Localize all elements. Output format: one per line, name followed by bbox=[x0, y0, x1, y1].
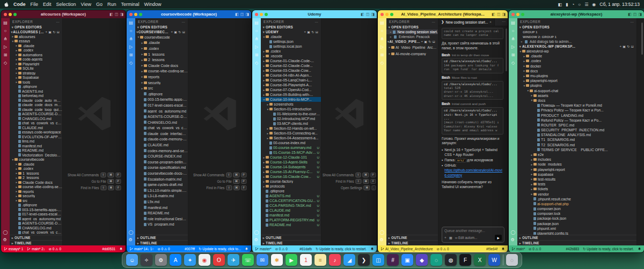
status-item[interactable]: essays* 1 bbox=[4, 247, 23, 251]
tree-item[interactable]: ▸e2e bbox=[517, 152, 636, 157]
chat-input-box[interactable]: Queue another message...+▦∞ Edit autom..… bbox=[442, 227, 504, 243]
tree-item[interactable]: ▾docs bbox=[517, 98, 636, 103]
account-icon[interactable]: ◯ bbox=[380, 230, 385, 235]
explorer-icon[interactable]: ▤ bbox=[380, 21, 384, 25]
refresh-explorer-icon[interactable]: ↻ bbox=[627, 44, 630, 48]
dock-icon-telegram[interactable]: ✈ bbox=[228, 254, 239, 266]
more-actions-icon[interactable]: ⋯ bbox=[181, 20, 185, 24]
scrollbar[interactable] bbox=[506, 28, 507, 71]
github-repo-link[interactable]: https://github.com/alexeykrol/AI-movie-c… bbox=[444, 168, 502, 177]
tree-item[interactable]: ▸allcourses bbox=[10, 34, 62, 39]
tree-item[interactable]: ▾essays bbox=[10, 39, 62, 44]
dock-icon-app-store[interactable]: A bbox=[170, 254, 181, 266]
minimize-button[interactable] bbox=[260, 13, 263, 16]
zoom-button[interactable] bbox=[265, 13, 268, 16]
tree-item[interactable]: ▸Section-04-Assessment-a... bbox=[261, 136, 321, 140]
sidebar-section-outline[interactable]: ▸OUTLINE bbox=[517, 235, 636, 240]
tree-item[interactable]: claude-code-memory-and-s... bbox=[135, 137, 188, 143]
tree-item[interactable]: Vectorization_Decision_Fra... bbox=[10, 153, 62, 158]
tree-item[interactable]: ▸node_modules bbox=[517, 162, 636, 167]
tree-item[interactable]: ▾Section-01-Introduction bbox=[261, 107, 321, 111]
layout-sidebar-icon[interactable]: ◧ bbox=[235, 12, 239, 17]
tree-item[interactable]: claude_code_auto_mode_gu... bbox=[10, 98, 62, 103]
dock-icon-github[interactable]: ◍ bbox=[445, 254, 457, 266]
layout-sidebar-icon[interactable]: ◧ bbox=[492, 12, 495, 17]
tree-item[interactable]: CHANGELOG.md bbox=[10, 116, 62, 121]
tree-item[interactable]: .gitignore bbox=[10, 203, 62, 208]
dock-icon-trash[interactable]: ◌ bbox=[506, 254, 518, 266]
tree-item[interactable]: ▸mu-plugins bbox=[517, 73, 636, 78]
extensions-icon[interactable]: ⊞ bbox=[129, 53, 133, 57]
tree-item[interactable]: ▸security bbox=[10, 194, 62, 199]
extensions-icon[interactable]: ⊞ bbox=[255, 53, 259, 57]
tree-item[interactable]: 003-15-benefits-apps-and-... bbox=[135, 97, 188, 103]
tree-item[interactable]: agent_os_autonomy.md bbox=[135, 108, 188, 114]
tree-item[interactable]: ▸Course-06-Playwright-A... bbox=[261, 83, 321, 87]
minimize-button[interactable] bbox=[385, 13, 389, 16]
layout-sidebar-icon[interactable]: ◧ bbox=[361, 12, 364, 17]
tree-item[interactable]: ▸1_lessons bbox=[10, 171, 62, 176]
tree-item[interactable]: ▸vendor bbox=[517, 191, 636, 196]
add-attachment-button[interactable]: + bbox=[444, 236, 447, 240]
tree-item[interactable]: agent_os_autonomy.md bbox=[10, 216, 62, 221]
tree-item[interactable]: TERMS OF SERVICE _ PUBLIC OFFE... bbox=[517, 147, 636, 152]
workspace-section-header[interactable]: ▾ALEXEYKROL-WP (WORKSP...+▣↻⊟ bbox=[517, 44, 636, 49]
zoom-button[interactable] bbox=[13, 13, 17, 16]
tree-item[interactable]: ▸Course-05-LangChain-L... bbox=[261, 78, 321, 83]
tree-item[interactable]: ▸docker bbox=[517, 64, 636, 69]
collapse-all-icon[interactable]: ⊟ bbox=[182, 30, 185, 34]
dock-icon-figma[interactable]: F bbox=[459, 254, 471, 266]
tree-item[interactable]: coursevibecode-docs-works... bbox=[135, 170, 188, 176]
tab-active[interactable]: ❯New coding session start...× bbox=[438, 18, 495, 26]
control-center-icon[interactable]: ☰ bbox=[584, 2, 588, 7]
tree-item[interactable]: ▸.codex bbox=[10, 48, 62, 53]
tree-item[interactable]: claude_code_docs_map.md bbox=[10, 103, 62, 108]
tree-item[interactable]: ▸tests bbox=[517, 182, 636, 186]
status-item[interactable]: main* 14↓ 1↑ bbox=[129, 247, 153, 251]
tab-actions-icon[interactable]: ⋯ bbox=[502, 20, 508, 24]
collapse-all-icon[interactable]: ⊟ bbox=[316, 30, 318, 34]
run-debug-icon[interactable]: ▷ bbox=[511, 45, 515, 49]
tree-item[interactable]: ▸Claude Code docs bbox=[10, 180, 62, 185]
tree-item[interactable]: claude_code_loop_guide.md bbox=[10, 107, 62, 112]
status-item[interactable]: #dd0531 bbox=[102, 247, 115, 251]
close-icon[interactable]: × bbox=[521, 40, 524, 43]
tree-item[interactable]: ▸automations bbox=[10, 53, 62, 57]
layout-sidebar-icon[interactable]: ◧ bbox=[109, 12, 113, 17]
status-item[interactable]: ⊘ 0 ⚠ 0 bbox=[275, 247, 288, 251]
tree-item[interactable]: ▸security bbox=[135, 80, 188, 86]
more-actions-icon[interactable]: ⋯ bbox=[314, 20, 318, 24]
status-item[interactable]: ⊘ 0 ⚠ 0 bbox=[157, 247, 170, 251]
close-button[interactable] bbox=[380, 13, 384, 16]
workspace-section-header[interactable]: ▾COURSEVIBECODE (WORKSPACE)+▣↻⊟ bbox=[135, 29, 188, 34]
settings-gear-icon[interactable]: ⚙ bbox=[129, 238, 134, 242]
dock-icon-launchpad[interactable]: ✧ bbox=[141, 254, 152, 266]
tree-item[interactable]: 017-level-cases-escalation-... bbox=[10, 212, 62, 217]
dock-icon-notes[interactable]: ≡ bbox=[314, 254, 326, 266]
close-button[interactable] bbox=[255, 13, 258, 16]
tree-item[interactable]: manifest.md bbox=[135, 205, 188, 211]
tree-item[interactable]: README.md bbox=[10, 148, 62, 153]
search-icon[interactable]: ○ bbox=[4, 29, 7, 33]
dock-icon-settings[interactable]: ⚙ bbox=[155, 254, 167, 266]
layout-secondary-sidebar-icon[interactable]: ◨ bbox=[638, 12, 642, 17]
menubar-item-go[interactable]: Go bbox=[96, 2, 103, 7]
close-icon[interactable]: × bbox=[489, 20, 492, 24]
close-button[interactable] bbox=[129, 13, 133, 16]
tree-item[interactable]: phpunit.xml bbox=[517, 226, 636, 231]
send-button[interactable]: ▶ bbox=[495, 235, 502, 241]
tree-item[interactable]: ▸Course-01-Claude-Code-... bbox=[261, 58, 321, 63]
sidebar-section-timeline[interactable]: ▸TIMELINE bbox=[517, 240, 636, 245]
extensions-icon[interactable]: ⊞ bbox=[511, 53, 515, 57]
zoom-button[interactable] bbox=[521, 13, 524, 16]
tree-item[interactable]: AGENTS-COURSE-DRAFT.md bbox=[135, 114, 188, 119]
menubar-item-window[interactable]: Window bbox=[144, 2, 161, 7]
tree-item[interactable]: 017-level-cases-escalation-... bbox=[135, 102, 188, 108]
tree-item[interactable]: PRODUCT_LANDING.md bbox=[517, 113, 636, 117]
open-editors-header[interactable]: ▾OPEN EDITORS bbox=[261, 25, 321, 29]
status-item[interactable] bbox=[370, 247, 374, 251]
sidebar-section-outline[interactable]: ▸OUTLINE bbox=[261, 235, 321, 240]
sidebar-section-timeline[interactable]: ▸TIMELINE bbox=[386, 240, 438, 245]
status-item[interactable] bbox=[119, 247, 123, 251]
sidebar-section-timeline[interactable]: ▸TIMELINE bbox=[261, 240, 321, 245]
